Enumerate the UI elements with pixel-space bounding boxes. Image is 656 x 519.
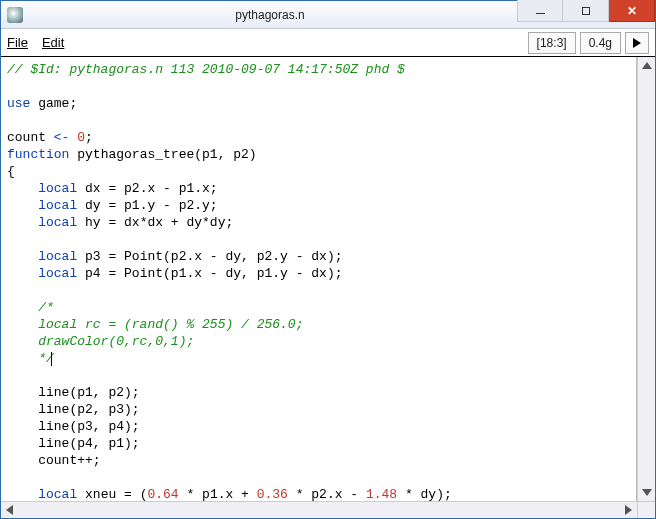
code-text: dy = p1.y - p2.y; — [77, 198, 217, 213]
chevron-right-icon — [625, 505, 632, 515]
code-kw: local — [38, 266, 77, 281]
play-icon — [633, 38, 641, 48]
chevron-down-icon — [642, 489, 652, 496]
code-op: <- — [54, 130, 70, 145]
code-kw: local — [38, 249, 77, 264]
code-kw: local — [38, 198, 77, 213]
code-kw: local — [38, 215, 77, 230]
horizontal-scrollbar[interactable] — [1, 501, 637, 518]
app-icon — [7, 7, 23, 23]
window-controls: ✕ — [517, 1, 655, 28]
code-text: line(p1, p2); — [7, 385, 140, 400]
code-editor[interactable]: // $Id: pythagoras.n 113 2010-09-07 14:1… — [1, 57, 637, 501]
code-kw: function — [7, 147, 69, 162]
code-kw: use — [7, 96, 30, 111]
run-button[interactable] — [625, 32, 649, 54]
maximize-button[interactable] — [563, 0, 609, 22]
bottom-scroll-row — [1, 501, 655, 518]
menu-edit[interactable]: Edit — [42, 35, 64, 50]
close-icon: ✕ — [627, 4, 637, 18]
code-text: hy = dx*dx + dy*dy; — [77, 215, 233, 230]
chevron-up-icon — [642, 62, 652, 69]
scroll-right-button[interactable] — [620, 502, 637, 518]
code-text: game; — [30, 96, 77, 111]
code-comment: */ — [7, 351, 54, 366]
editor-window: pythagoras.n ✕ File Edit [18:3] 0.4g // … — [0, 0, 656, 519]
maximize-icon — [582, 7, 590, 15]
minimize-icon — [536, 13, 545, 14]
code-kw: local — [38, 181, 77, 196]
code-text: p4 = Point(p1.x - dy, p1.y - dx); — [77, 266, 342, 281]
code-comment: local rc = (rand() % 255) / 256.0; — [7, 317, 303, 332]
code-text: count++; — [7, 453, 101, 468]
code-num: 0 — [77, 130, 85, 145]
scroll-up-button[interactable] — [638, 57, 655, 74]
minimize-button[interactable] — [517, 0, 563, 22]
menubar: File Edit [18:3] 0.4g — [1, 29, 655, 57]
window-title: pythagoras.n — [23, 8, 517, 22]
scroll-corner — [637, 501, 655, 518]
scroll-down-button[interactable] — [638, 484, 655, 501]
code-comment: drawColor(0,rc,0,1); — [7, 334, 194, 349]
close-button[interactable]: ✕ — [609, 0, 655, 22]
menu-file[interactable]: File — [7, 35, 28, 50]
code-text: p3 = Point(p2.x - dy, p2.y - dx); — [77, 249, 342, 264]
zoom-level[interactable]: 0.4g — [580, 32, 621, 54]
vertical-scrollbar[interactable] — [637, 57, 655, 501]
code-text: line(p2, p3); — [7, 402, 140, 417]
code-line: // $Id: pythagoras.n 113 2010-09-07 14:1… — [7, 62, 405, 77]
code-text: { — [7, 164, 15, 179]
code-text: dx = p2.x - p1.x; — [77, 181, 217, 196]
editor-area: // $Id: pythagoras.n 113 2010-09-07 14:1… — [1, 57, 655, 501]
code-text: line(p3, p4); — [7, 419, 140, 434]
scroll-left-button[interactable] — [1, 502, 18, 518]
code-comment: /* — [7, 300, 54, 315]
code-text: count — [7, 130, 54, 145]
scroll-track[interactable] — [18, 502, 620, 518]
code-kw: local — [38, 487, 77, 501]
scroll-track[interactable] — [638, 74, 655, 484]
cursor-position: [18:3] — [528, 32, 576, 54]
titlebar[interactable]: pythagoras.n ✕ — [1, 1, 655, 29]
code-text: pythagoras_tree(p1, p2) — [69, 147, 256, 162]
chevron-left-icon — [6, 505, 13, 515]
code-text: line(p4, p1); — [7, 436, 140, 451]
